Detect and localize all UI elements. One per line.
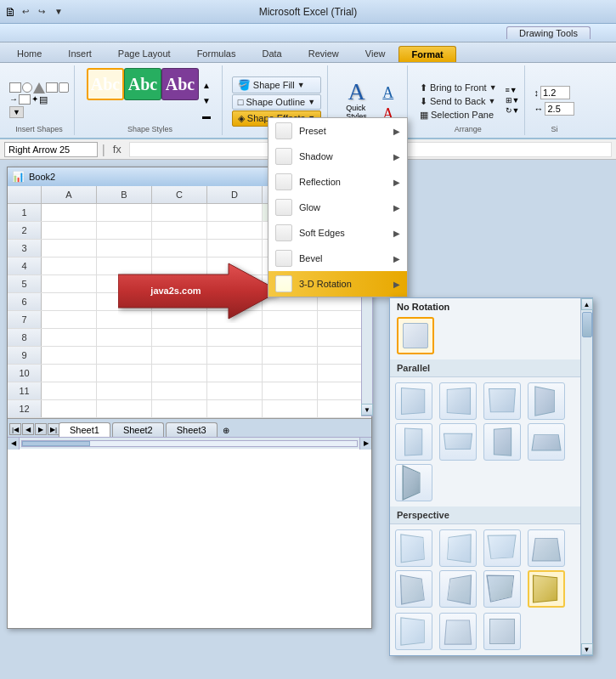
quick-styles-button[interactable]: A QuickStyles	[338, 77, 375, 123]
rotation-parallel-8[interactable]	[528, 423, 565, 461]
last-sheet-button[interactable]: ▶|	[48, 423, 59, 435]
arrow-shape[interactable]: java2s.com	[118, 259, 280, 323]
tab-format[interactable]: Format	[398, 46, 455, 62]
scroll-left-button[interactable]: ◀	[8, 438, 20, 450]
shape-style-green[interactable]: Abc	[124, 68, 161, 100]
rotation-parallel-7[interactable]	[483, 423, 521, 461]
shape-outline-button[interactable]: □ Shape Outline ▼	[232, 94, 321, 110]
col-header-a[interactable]: A	[42, 186, 97, 203]
horizontal-scroll-track[interactable]	[21, 440, 358, 447]
scroll-right-button[interactable]: ▶	[359, 438, 371, 450]
group-button[interactable]: ⊞▼	[506, 96, 520, 105]
styles-scroll-down[interactable]: ▼	[200, 93, 213, 108]
styles-scroll-up[interactable]: ▲	[200, 78, 213, 93]
rotation-parallel-3[interactable]	[483, 382, 521, 420]
tab-data[interactable]: Data	[249, 45, 294, 62]
rotation-scroll-up[interactable]: ▲	[581, 298, 593, 310]
shape-fill-arrow[interactable]: ▼	[297, 81, 305, 89]
shape-triangle[interactable]	[33, 82, 45, 93]
sheet-navigation[interactable]: |◀ ◀ ▶ ▶|	[9, 423, 59, 435]
rotation-extra-3[interactable]	[483, 613, 521, 650]
tab-formulas[interactable]: Formulas	[184, 45, 249, 62]
rotation-persp-8[interactable]	[528, 570, 565, 608]
group-shape-styles: Abc Abc Abc ▲ ▼ ▬ Shape Styles	[78, 65, 223, 135]
rotation-scroll-thumb[interactable]	[582, 312, 592, 337]
menu-item-3d-rotation[interactable]: 3-D Rotation ▶	[268, 271, 407, 297]
rotation-persp-3[interactable]	[483, 529, 521, 567]
undo-button[interactable]: ↩	[19, 5, 32, 18]
menu-item-soft-edges[interactable]: Soft Edges ▶	[268, 220, 407, 246]
menu-item-shadow[interactable]: Shadow ▶	[268, 144, 407, 169]
redo-button[interactable]: ↪	[35, 5, 48, 18]
rotation-persp-4[interactable]	[528, 529, 565, 567]
sheet-tab-1[interactable]: Sheet1	[59, 422, 110, 437]
rotation-persp-7[interactable]	[483, 570, 521, 608]
shape-rect2[interactable]	[46, 82, 58, 93]
text-fill-button[interactable]: A	[376, 82, 400, 104]
shape-style-purple[interactable]: Abc	[161, 68, 199, 100]
menu-item-reflection[interactable]: Reflection ▶	[268, 169, 407, 195]
rotation-extra-2[interactable]	[439, 613, 477, 650]
styles-expand[interactable]: ▬	[200, 109, 213, 123]
height-input[interactable]	[540, 86, 570, 99]
col-header-d[interactable]: D	[207, 186, 263, 203]
rotation-persp-1[interactable]	[395, 529, 432, 567]
shape-rect[interactable]	[9, 82, 21, 93]
bring-front-arrow[interactable]: ▼	[489, 83, 497, 92]
rotation-persp-6[interactable]	[439, 570, 477, 608]
shape-diamond[interactable]	[19, 94, 31, 105]
tab-page-layout[interactable]: Page Layout	[105, 45, 184, 62]
rotation-parallel-5[interactable]	[395, 423, 432, 461]
shape-arrow[interactable]: →	[9, 94, 18, 105]
tab-insert[interactable]: Insert	[55, 45, 105, 62]
name-box[interactable]: Right Arrow 25	[4, 142, 98, 157]
col-header-c[interactable]: C	[152, 186, 207, 203]
shapes-dropdown-arrow[interactable]: ▼	[9, 106, 24, 118]
send-back-arrow[interactable]: ▼	[488, 97, 495, 105]
shape-fill-button[interactable]: 🪣 Shape Fill ▼	[232, 76, 321, 93]
prev-sheet-button[interactable]: ◀	[22, 423, 34, 435]
rotation-parallel-6[interactable]	[439, 423, 477, 461]
first-sheet-button[interactable]: |◀	[9, 423, 21, 435]
send-to-back-button[interactable]: ⬇ Send to Back ▼	[416, 95, 500, 108]
shape-rounded[interactable]	[59, 82, 69, 93]
rotate-button[interactable]: ↻▼	[506, 106, 520, 115]
shape-circle[interactable]	[22, 82, 32, 93]
width-input[interactable]	[545, 102, 574, 116]
next-sheet-button[interactable]: ▶	[35, 423, 47, 435]
rotation-extra-1[interactable]	[395, 613, 432, 650]
menu-item-glow[interactable]: Glow ▶	[268, 195, 407, 220]
rotation-parallel-2[interactable]	[439, 382, 477, 420]
more-button[interactable]: ▼	[51, 5, 66, 18]
rotation-scroll-down[interactable]: ▼	[581, 643, 593, 655]
bring-to-front-button[interactable]: ⬆ Bring to Front ▼	[416, 82, 500, 94]
rotation-panel-scrollbar[interactable]: ▲ ▼	[580, 298, 592, 655]
horizontal-scrollbar[interactable]: ◀ ▶	[8, 437, 371, 449]
sheet-tab-3[interactable]: Sheet3	[166, 422, 218, 437]
scroll-down-button[interactable]: ▼	[361, 404, 373, 416]
tab-review[interactable]: Review	[296, 45, 352, 62]
quick-access-toolbar[interactable]: 🗎 ↩ ↪ ▼	[4, 5, 66, 19]
reflection-icon	[275, 173, 292, 190]
insert-sheet-button[interactable]: ⊕	[219, 424, 233, 437]
rotation-parallel-1[interactable]	[395, 382, 432, 420]
rotation-persp-2[interactable]	[439, 529, 477, 567]
tab-home[interactable]: Home	[4, 45, 54, 62]
align-button[interactable]: ≡▼	[506, 86, 520, 94]
rotation-parallel-9[interactable]	[395, 464, 432, 501]
rotation-no-rotation[interactable]	[397, 317, 434, 354]
shape-outline-arrow[interactable]: ▼	[308, 98, 315, 106]
shape-star[interactable]: ✦	[31, 94, 38, 105]
corner-cell	[8, 186, 42, 203]
horizontal-scroll-thumb[interactable]	[22, 441, 90, 446]
shape-more[interactable]: ▤	[39, 94, 46, 101]
col-header-b[interactable]: B	[97, 186, 152, 203]
menu-item-preset[interactable]: Preset ▶	[268, 118, 407, 144]
selection-pane-button[interactable]: ▦ Selection Pane	[416, 109, 500, 122]
rotation-persp-5[interactable]	[395, 570, 432, 608]
menu-item-bevel[interactable]: Bevel ▶	[268, 246, 407, 271]
shape-style-red[interactable]: Abc	[87, 68, 124, 100]
rotation-parallel-4[interactable]	[528, 382, 565, 420]
tab-view[interactable]: View	[353, 45, 398, 62]
sheet-tab-2[interactable]: Sheet2	[112, 422, 164, 437]
